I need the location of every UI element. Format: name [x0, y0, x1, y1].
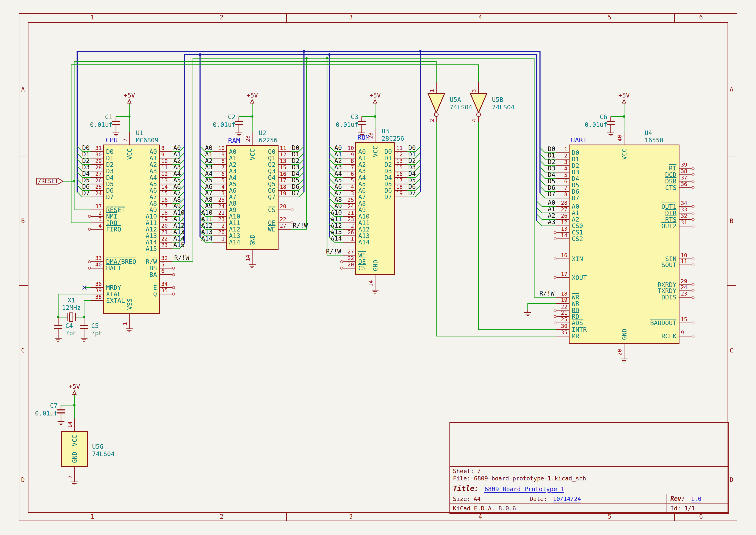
- border-col-label: 5: [608, 513, 611, 520]
- border-col-label: 6: [699, 14, 703, 21]
- border-tick: [157, 14, 157, 22]
- border-tick: [286, 14, 287, 22]
- border-row-label: A: [21, 86, 25, 93]
- border-row-label: A: [730, 86, 733, 93]
- border-row-label: B: [21, 217, 25, 225]
- border-row-label: C: [21, 347, 25, 354]
- border-tick: [19, 156, 28, 156]
- titleblock-title: 6809 Board Prototype 1: [484, 486, 564, 493]
- title-block: Sheet: / File: 6809-board-prototype-1.ki…: [449, 422, 729, 514]
- border-tick: [727, 285, 736, 286]
- titleblock-file: File: 6809-board-prototype-1.kicad_sch: [453, 475, 586, 482]
- titleblock-date-label: Date:: [530, 495, 547, 502]
- border-tick: [674, 14, 675, 22]
- border-tick: [157, 512, 157, 521]
- border-tick: [416, 14, 416, 22]
- border-tick: [545, 14, 545, 22]
- border-col-label: 6: [699, 513, 703, 520]
- schematic-sheet: CPUU1MC680931D0D030D1D129D2D228D3D327D4D…: [0, 0, 756, 535]
- border-col-label: 1: [91, 14, 94, 21]
- border-col-label: 5: [608, 14, 611, 21]
- border-tick: [727, 415, 736, 415]
- border-tick: [416, 512, 416, 521]
- titleblock-tool: KiCad E.D.A. 8.0.6: [453, 505, 516, 512]
- border-col-label: 2: [220, 513, 224, 520]
- border-col-label: 2: [220, 14, 224, 21]
- titleblock-date: 10/14/24: [553, 495, 581, 502]
- border-tick: [727, 156, 736, 156]
- titleblock-size: A4: [473, 495, 481, 502]
- titleblock-size-label: Size:: [453, 495, 471, 502]
- border-tick: [19, 415, 28, 415]
- border-col-label: 3: [349, 14, 353, 21]
- titleblock-title-label: Title:: [453, 484, 478, 493]
- border-col-label: 4: [478, 14, 482, 21]
- border-col-label: 1: [91, 513, 94, 520]
- border-row-label: D: [730, 476, 733, 483]
- titleblock-id: Id: 1/1: [670, 505, 695, 512]
- titleblock-sheet: Sheet: /: [453, 468, 481, 474]
- titleblock-rev: 1.0: [691, 495, 701, 502]
- border-tick: [286, 512, 287, 521]
- border-row-label: B: [730, 217, 733, 225]
- border-tick: [19, 285, 28, 286]
- border-col-label: 4: [478, 513, 482, 520]
- border-col-label: 3: [349, 513, 353, 520]
- border-row-label: C: [730, 347, 733, 354]
- border-row-label: D: [21, 476, 25, 483]
- titleblock-rev-label: Rev:: [670, 495, 685, 502]
